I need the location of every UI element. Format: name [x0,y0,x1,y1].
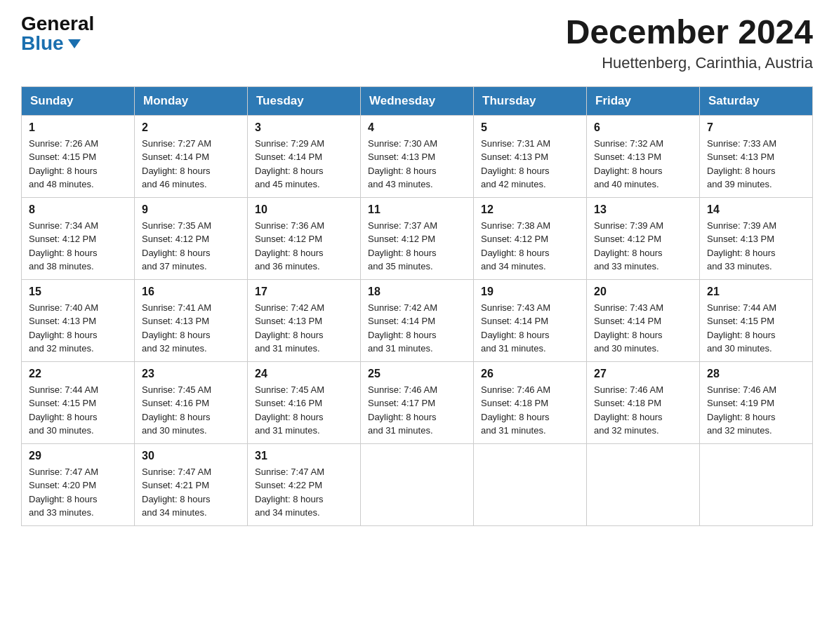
day-info: Sunrise: 7:36 AM Sunset: 4:12 PM Dayligh… [255,219,353,274]
table-row: 9 Sunrise: 7:35 AM Sunset: 4:12 PM Dayli… [135,197,248,279]
table-row: 21 Sunrise: 7:44 AM Sunset: 4:15 PM Dayl… [700,279,813,361]
day-info: Sunrise: 7:42 AM Sunset: 4:14 PM Dayligh… [368,301,466,356]
col-thursday: Thursday [474,86,587,115]
day-info: Sunrise: 7:44 AM Sunset: 4:15 PM Dayligh… [707,301,805,356]
day-number: 25 [368,368,466,380]
table-row: 30 Sunrise: 7:47 AM Sunset: 4:21 PM Dayl… [135,443,248,525]
day-info: Sunrise: 7:47 AM Sunset: 4:22 PM Dayligh… [255,465,353,520]
day-number: 23 [142,368,240,380]
title-block: December 2024 Huettenberg, Carinthia, Au… [566,14,813,72]
col-wednesday: Wednesday [361,86,474,115]
table-row: 5 Sunrise: 7:31 AM Sunset: 4:13 PM Dayli… [474,115,587,197]
day-number: 7 [707,121,805,134]
day-number: 22 [29,368,127,380]
table-row: 27 Sunrise: 7:46 AM Sunset: 4:18 PM Dayl… [587,361,700,443]
table-row: 22 Sunrise: 7:44 AM Sunset: 4:15 PM Dayl… [22,361,135,443]
table-row: 26 Sunrise: 7:46 AM Sunset: 4:18 PM Dayl… [474,361,587,443]
day-info: Sunrise: 7:46 AM Sunset: 4:17 PM Dayligh… [368,383,466,438]
day-info: Sunrise: 7:47 AM Sunset: 4:20 PM Dayligh… [29,465,127,520]
month-title: December 2024 [566,14,813,51]
table-row: 12 Sunrise: 7:38 AM Sunset: 4:12 PM Dayl… [474,197,587,279]
day-number: 24 [255,368,353,380]
calendar-table: Sunday Monday Tuesday Wednesday Thursday… [21,86,813,526]
table-row: 2 Sunrise: 7:27 AM Sunset: 4:14 PM Dayli… [135,115,248,197]
day-info: Sunrise: 7:39 AM Sunset: 4:12 PM Dayligh… [594,219,692,274]
col-saturday: Saturday [700,86,813,115]
table-row: 17 Sunrise: 7:42 AM Sunset: 4:13 PM Dayl… [248,279,361,361]
table-row [700,443,813,525]
table-row: 8 Sunrise: 7:34 AM Sunset: 4:12 PM Dayli… [22,197,135,279]
day-number: 4 [368,121,466,134]
day-number: 18 [368,286,466,298]
table-row: 13 Sunrise: 7:39 AM Sunset: 4:12 PM Dayl… [587,197,700,279]
table-row: 19 Sunrise: 7:43 AM Sunset: 4:14 PM Dayl… [474,279,587,361]
day-info: Sunrise: 7:30 AM Sunset: 4:13 PM Dayligh… [368,137,466,192]
day-number: 20 [594,286,692,298]
logo-line2: Blue [21,34,81,53]
day-info: Sunrise: 7:29 AM Sunset: 4:14 PM Dayligh… [255,137,353,192]
day-number: 15 [29,286,127,298]
day-number: 16 [142,286,240,298]
day-number: 10 [255,203,353,216]
table-row: 25 Sunrise: 7:46 AM Sunset: 4:17 PM Dayl… [361,361,474,443]
week-row-3: 15 Sunrise: 7:40 AM Sunset: 4:13 PM Dayl… [22,279,813,361]
day-info: Sunrise: 7:37 AM Sunset: 4:12 PM Dayligh… [368,219,466,274]
day-number: 28 [707,368,805,380]
day-info: Sunrise: 7:33 AM Sunset: 4:13 PM Dayligh… [707,137,805,192]
day-info: Sunrise: 7:38 AM Sunset: 4:12 PM Dayligh… [481,219,579,274]
day-number: 29 [29,450,127,462]
day-info: Sunrise: 7:46 AM Sunset: 4:18 PM Dayligh… [481,383,579,438]
table-row: 29 Sunrise: 7:47 AM Sunset: 4:20 PM Dayl… [22,443,135,525]
table-row: 31 Sunrise: 7:47 AM Sunset: 4:22 PM Dayl… [248,443,361,525]
day-number: 1 [29,121,127,134]
col-sunday: Sunday [22,86,135,115]
day-number: 6 [594,121,692,134]
page-header: General Blue December 2024 Huettenberg, … [21,14,813,72]
day-info: Sunrise: 7:42 AM Sunset: 4:13 PM Dayligh… [255,301,353,356]
col-tuesday: Tuesday [248,86,361,115]
table-row: 28 Sunrise: 7:46 AM Sunset: 4:19 PM Dayl… [700,361,813,443]
day-number: 8 [29,203,127,216]
table-row [361,443,474,525]
day-number: 13 [594,203,692,216]
table-row: 23 Sunrise: 7:45 AM Sunset: 4:16 PM Dayl… [135,361,248,443]
week-row-1: 1 Sunrise: 7:26 AM Sunset: 4:15 PM Dayli… [22,115,813,197]
day-info: Sunrise: 7:44 AM Sunset: 4:15 PM Dayligh… [29,383,127,438]
table-row: 15 Sunrise: 7:40 AM Sunset: 4:13 PM Dayl… [22,279,135,361]
table-row: 4 Sunrise: 7:30 AM Sunset: 4:13 PM Dayli… [361,115,474,197]
table-row: 10 Sunrise: 7:36 AM Sunset: 4:12 PM Dayl… [248,197,361,279]
day-number: 14 [707,203,805,216]
day-number: 12 [481,203,579,216]
day-info: Sunrise: 7:40 AM Sunset: 4:13 PM Dayligh… [29,301,127,356]
table-row: 1 Sunrise: 7:26 AM Sunset: 4:15 PM Dayli… [22,115,135,197]
table-row: 6 Sunrise: 7:32 AM Sunset: 4:13 PM Dayli… [587,115,700,197]
day-info: Sunrise: 7:43 AM Sunset: 4:14 PM Dayligh… [594,301,692,356]
week-row-4: 22 Sunrise: 7:44 AM Sunset: 4:15 PM Dayl… [22,361,813,443]
day-info: Sunrise: 7:31 AM Sunset: 4:13 PM Dayligh… [481,137,579,192]
logo: General Blue [21,14,94,53]
day-number: 17 [255,286,353,298]
calendar-header-row: Sunday Monday Tuesday Wednesday Thursday… [22,86,813,115]
day-info: Sunrise: 7:39 AM Sunset: 4:13 PM Dayligh… [707,219,805,274]
table-row: 24 Sunrise: 7:45 AM Sunset: 4:16 PM Dayl… [248,361,361,443]
day-info: Sunrise: 7:43 AM Sunset: 4:14 PM Dayligh… [481,301,579,356]
day-info: Sunrise: 7:46 AM Sunset: 4:18 PM Dayligh… [594,383,692,438]
day-info: Sunrise: 7:47 AM Sunset: 4:21 PM Dayligh… [142,465,240,520]
day-info: Sunrise: 7:32 AM Sunset: 4:13 PM Dayligh… [594,137,692,192]
table-row: 14 Sunrise: 7:39 AM Sunset: 4:13 PM Dayl… [700,197,813,279]
location: Huettenberg, Carinthia, Austria [566,54,813,72]
day-number: 9 [142,203,240,216]
day-number: 2 [142,121,240,134]
table-row: 16 Sunrise: 7:41 AM Sunset: 4:13 PM Dayl… [135,279,248,361]
logo-triangle-icon [68,39,81,48]
day-number: 27 [594,368,692,380]
day-info: Sunrise: 7:27 AM Sunset: 4:14 PM Dayligh… [142,137,240,192]
table-row: 7 Sunrise: 7:33 AM Sunset: 4:13 PM Dayli… [700,115,813,197]
table-row: 20 Sunrise: 7:43 AM Sunset: 4:14 PM Dayl… [587,279,700,361]
day-number: 31 [255,450,353,462]
day-info: Sunrise: 7:45 AM Sunset: 4:16 PM Dayligh… [255,383,353,438]
col-friday: Friday [587,86,700,115]
day-info: Sunrise: 7:35 AM Sunset: 4:12 PM Dayligh… [142,219,240,274]
table-row [587,443,700,525]
day-number: 5 [481,121,579,134]
